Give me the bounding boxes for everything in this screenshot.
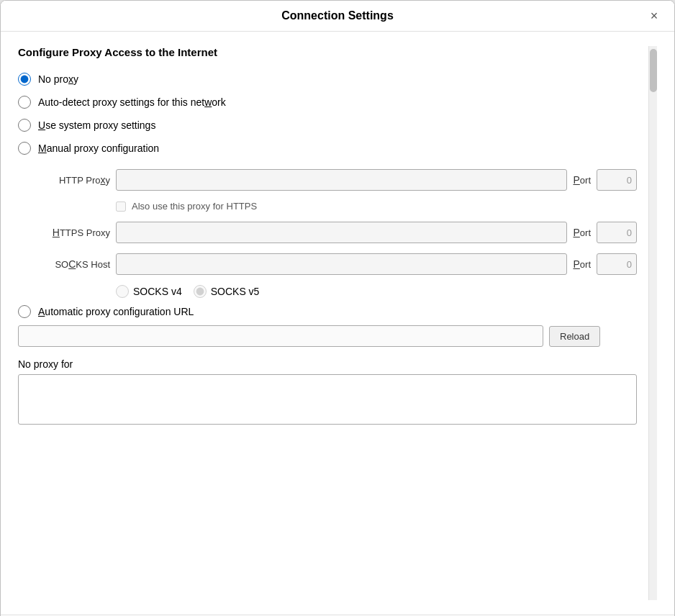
http-port-label: Port <box>573 174 591 186</box>
http-port-input[interactable] <box>597 169 637 191</box>
no-proxy-for-label: No proxy for <box>18 358 637 370</box>
system-proxy-option[interactable]: Use system proxy settings <box>18 119 637 132</box>
socks-host-input[interactable] <box>116 253 567 275</box>
scrollbar-thumb[interactable] <box>650 49 657 92</box>
manual-proxy-fields: HTTP Proxy Port Also use this proxy for … <box>38 169 637 298</box>
also-use-https-row: Also use this proxy for HTTPS <box>116 201 637 212</box>
also-use-https-checkbox[interactable] <box>116 201 126 212</box>
manual-proxy-option[interactable]: Manual proxy configuration <box>18 142 637 155</box>
reload-button[interactable]: Reload <box>549 326 600 347</box>
https-proxy-input[interactable] <box>116 222 567 243</box>
socks-port-input[interactable] <box>597 253 637 275</box>
connection-settings-dialog: Connection Settings × Configure Proxy Ac… <box>0 0 675 616</box>
no-proxy-for-section: No proxy for <box>18 358 637 427</box>
no-proxy-radio[interactable] <box>18 73 31 86</box>
socks-v4-option[interactable]: SOCKS v4 <box>116 285 182 298</box>
socks-host-label: SOCKS Host <box>38 258 110 270</box>
auto-proxy-label: Automatic proxy configuration URL <box>38 306 194 317</box>
auto-proxy-url-input[interactable] <box>18 325 543 347</box>
auto-proxy-url-row: Reload <box>18 325 637 347</box>
http-proxy-label: HTTP Proxy <box>38 174 110 186</box>
auto-proxy-option[interactable]: Automatic proxy configuration URL <box>18 305 637 318</box>
auto-proxy-radio[interactable] <box>18 305 31 318</box>
auto-detect-option[interactable]: Auto-detect proxy settings for this netw… <box>18 96 637 109</box>
auto-proxy-section: Automatic proxy configuration URL Reload <box>18 305 637 347</box>
no-proxy-option[interactable]: No proxy <box>18 73 637 86</box>
socks-version-row: SOCKS v4 SOCKS v5 <box>116 285 637 298</box>
http-proxy-row: HTTP Proxy Port <box>38 169 637 191</box>
close-button[interactable]: × <box>644 6 664 26</box>
auto-detect-label: Auto-detect proxy settings for this netw… <box>38 96 226 108</box>
https-port-label: Port <box>573 227 591 238</box>
socks-v5-label: SOCKS v5 <box>211 286 260 297</box>
manual-proxy-label: Manual proxy configuration <box>38 142 159 154</box>
no-proxy-label: No proxy <box>38 73 78 85</box>
no-proxy-for-textarea[interactable] <box>18 374 637 425</box>
auto-detect-radio[interactable] <box>18 96 31 109</box>
system-proxy-radio[interactable] <box>18 119 31 132</box>
socks-v5-radio[interactable] <box>194 285 207 298</box>
socks-port-label: Port <box>573 258 591 270</box>
scrollbar[interactable] <box>648 46 657 600</box>
https-proxy-label: HTTPS Proxy <box>38 227 110 238</box>
https-port-input[interactable] <box>597 222 637 243</box>
section-title: Configure Proxy Access to the Internet <box>18 46 637 58</box>
dialog-titlebar: Connection Settings × <box>1 1 674 32</box>
dialog-title: Connection Settings <box>281 9 394 22</box>
dialog-body: Configure Proxy Access to the Internet N… <box>1 32 674 615</box>
proxy-radio-group: No proxy Auto-detect proxy settings for … <box>18 73 637 155</box>
socks-v4-label: SOCKS v4 <box>133 286 182 297</box>
http-proxy-input[interactable] <box>116 169 567 191</box>
https-proxy-row: HTTPS Proxy Port <box>38 222 637 243</box>
socks-host-row: SOCKS Host Port <box>38 253 637 275</box>
dialog-content: Configure Proxy Access to the Internet N… <box>18 46 644 600</box>
socks-v5-option[interactable]: SOCKS v5 <box>194 285 260 298</box>
manual-proxy-radio[interactable] <box>18 142 31 155</box>
system-proxy-label: Use system proxy settings <box>38 119 155 131</box>
socks-v4-radio[interactable] <box>116 285 129 298</box>
also-use-https-label: Also use this proxy for HTTPS <box>132 201 257 212</box>
